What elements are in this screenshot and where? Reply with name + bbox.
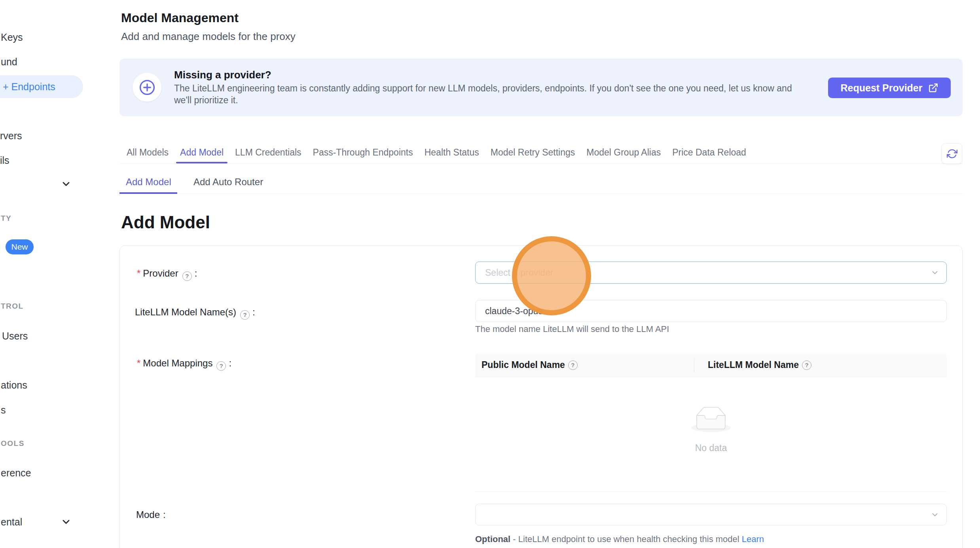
add-model-subtabs: Add Model Add Auto Router	[119, 171, 963, 194]
colon: :	[229, 358, 231, 368]
banner-title: Missing a provider?	[174, 69, 271, 81]
provider-select-placeholder: Select a provider	[485, 267, 554, 278]
sidebar-item-teams[interactable]: s	[1, 404, 6, 416]
chevron-down-icon[interactable]	[61, 516, 72, 527]
chevron-down-icon	[931, 510, 939, 521]
add-model-heading: Add Model	[121, 212, 210, 232]
colon: :	[252, 307, 255, 317]
model-management-page: Keys und + Endpoints rvers ils TY New TR…	[0, 0, 980, 548]
model-mappings-label-text: Model Mappings	[143, 358, 212, 368]
banner-body: The LiteLLM engineering team is constant…	[174, 82, 807, 106]
table-header: Public Model Name ? LiteLLM Model Name ?	[475, 353, 947, 377]
help-icon[interactable]: ?	[802, 360, 811, 370]
column-label: Public Model Name	[481, 360, 565, 370]
mode-helper: Optional - LiteLLM endpoint to use when …	[475, 534, 764, 544]
mode-label: Mode:	[136, 509, 166, 520]
tab-price-data-reload[interactable]: Price Data Reload	[672, 141, 746, 163]
refresh-button[interactable]	[942, 143, 962, 164]
add-model-form-card: *Provider?: Select a provider LiteLLM Mo…	[119, 245, 963, 548]
tab-pass-through-endpoints[interactable]: Pass-Through Endpoints	[313, 141, 413, 163]
column-litellm-model-name: LiteLLM Model Name ?	[694, 353, 813, 377]
sidebar-item-mcp-servers[interactable]: rvers	[0, 130, 22, 142]
sidebar-item-playground[interactable]: und	[1, 56, 17, 68]
provider-label-text: Provider	[143, 268, 178, 279]
tab-model-retry-settings[interactable]: Model Retry Settings	[491, 141, 575, 163]
sidebar-item-label: + Endpoints	[3, 75, 55, 98]
model-mappings-label: *Model Mappings?:	[137, 358, 231, 371]
request-provider-label: Request Provider	[840, 82, 922, 94]
sidebar-item-models-endpoints-active[interactable]: + Endpoints	[0, 75, 83, 98]
sidebar-item-api-reference[interactable]: erence	[1, 467, 31, 479]
tab-all-models[interactable]: All Models	[127, 141, 169, 163]
tab-model-group-alias[interactable]: Model Group Alias	[586, 141, 661, 163]
subtab-add-auto-router[interactable]: Add Auto Router	[193, 171, 263, 193]
sidebar-item-experimental[interactable]: ental	[1, 516, 22, 528]
tab-health-status[interactable]: Health Status	[425, 141, 479, 163]
page-title: Model Management	[121, 11, 239, 25]
sidebar: Keys und + Endpoints rvers ils TY New TR…	[0, 0, 119, 548]
model-name-helper: The model name LiteLLM will send to the …	[475, 324, 669, 334]
table-empty-body: No data	[475, 377, 947, 492]
sidebar-item-guardrails[interactable]: ils	[0, 154, 9, 166]
model-name-label: LiteLLM Model Name(s)?:	[135, 307, 255, 320]
active-subtab-underline	[119, 192, 177, 194]
chevron-down-icon	[931, 268, 939, 279]
subtab-add-model[interactable]: Add Model	[126, 171, 171, 193]
sidebar-section-tools: OOLS	[1, 439, 25, 448]
colon: :	[163, 509, 166, 520]
refresh-icon	[947, 148, 957, 159]
tab-llm-credentials[interactable]: LLM Credentials	[235, 141, 301, 163]
chevron-down-icon[interactable]	[61, 178, 72, 190]
model-tabs: All Models Add Model LLM Credentials Pas…	[119, 141, 963, 164]
model-name-input[interactable]	[475, 300, 947, 322]
model-name-label-text: LiteLLM Model Name(s)	[135, 307, 236, 317]
provider-label: *Provider?:	[137, 268, 197, 281]
sidebar-section-access-control: TROL	[1, 301, 24, 311]
help-icon[interactable]: ?	[182, 271, 192, 281]
new-badge: New	[6, 239, 34, 254]
required-asterisk: *	[137, 358, 140, 368]
learn-more-link[interactable]: Learn	[742, 534, 764, 544]
sidebar-item-organizations[interactable]: ations	[1, 379, 27, 391]
request-provider-button[interactable]: Request Provider	[828, 78, 951, 98]
help-icon[interactable]: ?	[240, 310, 250, 320]
provider-select[interactable]: Select a provider	[475, 262, 947, 284]
mode-label-text: Mode	[136, 509, 160, 520]
missing-provider-banner: Missing a provider? The LiteLLM engineer…	[119, 59, 963, 116]
sidebar-section-observability: TY	[1, 214, 11, 223]
column-public-model-name: Public Model Name ?	[475, 353, 694, 377]
no-data-text: No data	[475, 443, 947, 453]
colon: :	[195, 268, 197, 279]
external-link-icon	[928, 83, 938, 93]
mode-helper-text: - LiteLLM endpoint to use when health ch…	[513, 534, 739, 544]
help-icon[interactable]: ?	[216, 361, 226, 371]
mode-helper-optional: Optional	[475, 534, 510, 544]
help-icon[interactable]: ?	[568, 360, 578, 370]
mode-select[interactable]	[475, 504, 947, 525]
tab-add-model[interactable]: Add Model	[180, 141, 224, 163]
page-subtitle: Add and manage models for the proxy	[121, 30, 296, 43]
empty-box-icon	[475, 407, 947, 434]
column-label: LiteLLM Model Name	[708, 360, 799, 370]
sidebar-item-virtual-keys[interactable]: Keys	[1, 31, 23, 43]
required-asterisk: *	[137, 268, 140, 279]
plus-circle-icon	[133, 73, 161, 102]
sidebar-item-internal-users[interactable]: Users	[2, 330, 28, 342]
model-mappings-table: Public Model Name ? LiteLLM Model Name ?	[475, 353, 947, 492]
